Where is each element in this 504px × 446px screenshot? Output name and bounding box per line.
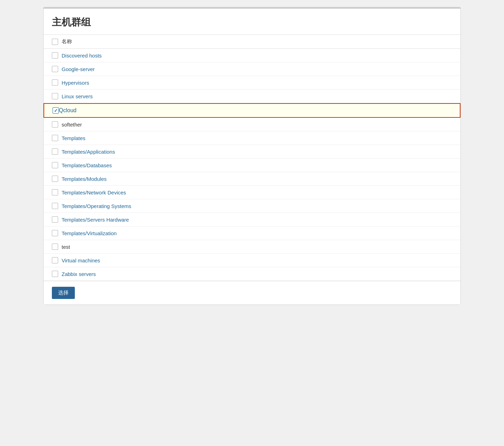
checkbox-softether[interactable] [52, 121, 58, 128]
checkbox-qcloud[interactable] [53, 107, 59, 114]
row-label-templates-applications: Templates/Applications [62, 149, 115, 155]
table-row[interactable]: Templates/Modules [44, 172, 460, 186]
row-label-templates-servers-hardware: Templates/Servers Hardware [62, 217, 129, 223]
table-container: 名称 Discovered hostsGoogle-serverHypervis… [44, 35, 460, 281]
row-label-qcloud: Qcloud [59, 107, 77, 114]
checkbox-test[interactable] [52, 244, 58, 250]
row-label-templates: Templates [62, 135, 85, 141]
table-row[interactable]: Discovered hosts [44, 49, 460, 62]
selected-row-wrapper: Qcloud [44, 103, 460, 118]
table-row[interactable]: Templates/Servers Hardware [44, 213, 460, 226]
checkbox-hypervisors[interactable] [52, 79, 58, 86]
rows-container: Discovered hostsGoogle-serverHypervisors… [44, 49, 460, 281]
row-label-templates-databases: Templates/Databases [62, 162, 112, 168]
checkbox-templates-applications[interactable] [52, 148, 58, 155]
row-label-test: test [62, 244, 70, 250]
table-row[interactable]: Templates/Operating Systems [44, 199, 460, 213]
checkbox-zabbix-servers[interactable] [52, 271, 58, 277]
checkbox-virtual-machines[interactable] [52, 257, 58, 263]
table-row[interactable]: Google-server [44, 62, 460, 76]
table-row[interactable]: Templates/Applications [44, 145, 460, 159]
checkbox-templates[interactable] [52, 135, 58, 141]
row-label-templates-modules: Templates/Modules [62, 176, 107, 182]
dialog-title: 主机群组 [44, 9, 460, 35]
table-row[interactable]: softether [44, 118, 460, 131]
row-label-discovered-hosts: Discovered hosts [62, 53, 102, 59]
table-row[interactable]: test [44, 240, 460, 254]
table-row[interactable]: Templates/Virtualization [44, 226, 460, 240]
checkbox-templates-virtualization[interactable] [52, 230, 58, 236]
row-label-templates-network-devices: Templates/Network Devices [62, 190, 126, 195]
table-row[interactable]: Virtual machines [44, 254, 460, 267]
table-row[interactable]: Templates [44, 131, 460, 145]
row-label-virtual-machines: Virtual machines [62, 257, 100, 263]
row-label-softether: softether [62, 122, 82, 128]
row-label-hypervisors: Hypervisors [62, 80, 89, 86]
footer: 选择 [44, 281, 460, 305]
dialog-container: 主机群组 名称 Discovered hostsGoogle-serverHyp… [43, 7, 461, 305]
checkbox-templates-modules[interactable] [52, 176, 58, 182]
select-all-checkbox[interactable] [52, 39, 58, 45]
row-label-zabbix-servers: Zabbix servers [62, 271, 96, 277]
checkbox-templates-network-devices[interactable] [52, 189, 58, 195]
checkbox-google-server[interactable] [52, 66, 58, 72]
checkbox-templates-operating-systems[interactable] [52, 203, 58, 209]
checkbox-templates-databases[interactable] [52, 162, 58, 168]
column-header-name: 名称 [62, 38, 72, 45]
checkbox-linux-servers[interactable] [52, 93, 58, 99]
checkbox-templates-servers-hardware[interactable] [52, 216, 58, 223]
row-label-google-server: Google-server [62, 66, 95, 72]
table-row[interactable]: Templates/Databases [44, 159, 460, 172]
checkbox-discovered-hosts[interactable] [52, 52, 58, 59]
row-label-templates-virtualization: Templates/Virtualization [62, 230, 117, 236]
table-row[interactable]: Hypervisors [44, 76, 460, 90]
row-label-linux-servers: Linux servers [62, 93, 93, 99]
table-row[interactable]: Templates/Network Devices [44, 186, 460, 199]
table-header: 名称 [44, 35, 460, 49]
table-row[interactable]: Qcloud [44, 104, 460, 117]
table-row[interactable]: Zabbix servers [44, 267, 460, 281]
row-label-templates-operating-systems: Templates/Operating Systems [62, 203, 131, 209]
select-button[interactable]: 选择 [52, 287, 75, 299]
table-row[interactable]: Linux servers [44, 90, 460, 103]
